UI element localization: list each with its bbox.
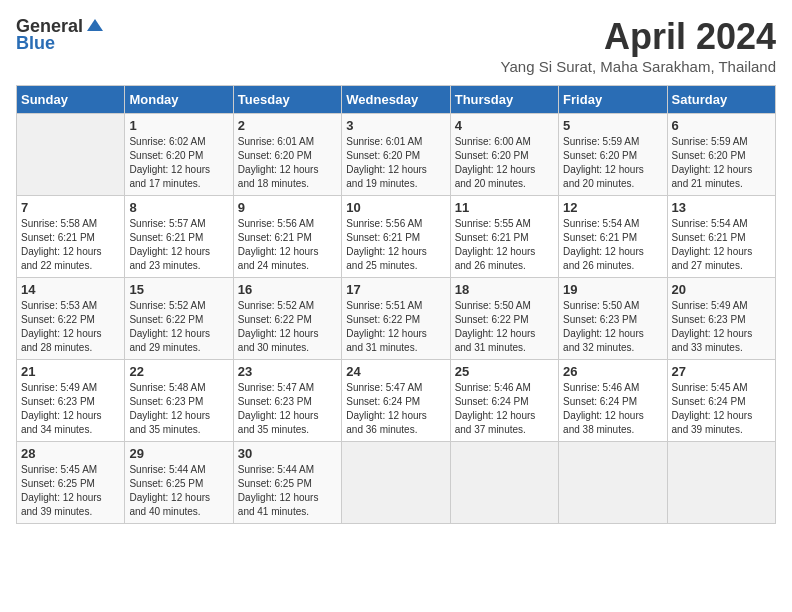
day-number: 21 <box>21 364 120 379</box>
calendar-cell: 13Sunrise: 5:54 AM Sunset: 6:21 PM Dayli… <box>667 196 775 278</box>
calendar-cell: 23Sunrise: 5:47 AM Sunset: 6:23 PM Dayli… <box>233 360 341 442</box>
month-title: April 2024 <box>501 16 776 58</box>
calendar-cell: 14Sunrise: 5:53 AM Sunset: 6:22 PM Dayli… <box>17 278 125 360</box>
svg-marker-0 <box>87 19 103 31</box>
day-info: Sunrise: 5:44 AM Sunset: 6:25 PM Dayligh… <box>238 463 337 519</box>
week-row-2: 7Sunrise: 5:58 AM Sunset: 6:21 PM Daylig… <box>17 196 776 278</box>
calendar-cell: 1Sunrise: 6:02 AM Sunset: 6:20 PM Daylig… <box>125 114 233 196</box>
day-info: Sunrise: 5:45 AM Sunset: 6:25 PM Dayligh… <box>21 463 120 519</box>
day-info: Sunrise: 5:56 AM Sunset: 6:21 PM Dayligh… <box>346 217 445 273</box>
day-number: 9 <box>238 200 337 215</box>
calendar-cell: 16Sunrise: 5:52 AM Sunset: 6:22 PM Dayli… <box>233 278 341 360</box>
calendar-header: SundayMondayTuesdayWednesdayThursdayFrid… <box>17 86 776 114</box>
day-info: Sunrise: 5:48 AM Sunset: 6:23 PM Dayligh… <box>129 381 228 437</box>
calendar-cell: 25Sunrise: 5:46 AM Sunset: 6:24 PM Dayli… <box>450 360 558 442</box>
day-header-monday: Monday <box>125 86 233 114</box>
calendar-cell: 19Sunrise: 5:50 AM Sunset: 6:23 PM Dayli… <box>559 278 667 360</box>
calendar-cell: 17Sunrise: 5:51 AM Sunset: 6:22 PM Dayli… <box>342 278 450 360</box>
day-header-row: SundayMondayTuesdayWednesdayThursdayFrid… <box>17 86 776 114</box>
day-number: 17 <box>346 282 445 297</box>
calendar-cell: 28Sunrise: 5:45 AM Sunset: 6:25 PM Dayli… <box>17 442 125 524</box>
calendar-cell <box>559 442 667 524</box>
day-info: Sunrise: 5:57 AM Sunset: 6:21 PM Dayligh… <box>129 217 228 273</box>
calendar-cell <box>342 442 450 524</box>
day-number: 16 <box>238 282 337 297</box>
day-info: Sunrise: 5:50 AM Sunset: 6:23 PM Dayligh… <box>563 299 662 355</box>
calendar-cell: 29Sunrise: 5:44 AM Sunset: 6:25 PM Dayli… <box>125 442 233 524</box>
day-number: 5 <box>563 118 662 133</box>
day-number: 22 <box>129 364 228 379</box>
day-info: Sunrise: 5:53 AM Sunset: 6:22 PM Dayligh… <box>21 299 120 355</box>
day-number: 30 <box>238 446 337 461</box>
day-number: 25 <box>455 364 554 379</box>
day-header-friday: Friday <box>559 86 667 114</box>
day-number: 11 <box>455 200 554 215</box>
calendar-cell: 9Sunrise: 5:56 AM Sunset: 6:21 PM Daylig… <box>233 196 341 278</box>
calendar-cell: 2Sunrise: 6:01 AM Sunset: 6:20 PM Daylig… <box>233 114 341 196</box>
day-number: 18 <box>455 282 554 297</box>
day-info: Sunrise: 5:51 AM Sunset: 6:22 PM Dayligh… <box>346 299 445 355</box>
day-info: Sunrise: 5:54 AM Sunset: 6:21 PM Dayligh… <box>563 217 662 273</box>
day-number: 6 <box>672 118 771 133</box>
week-row-1: 1Sunrise: 6:02 AM Sunset: 6:20 PM Daylig… <box>17 114 776 196</box>
calendar-cell: 15Sunrise: 5:52 AM Sunset: 6:22 PM Dayli… <box>125 278 233 360</box>
day-header-thursday: Thursday <box>450 86 558 114</box>
day-info: Sunrise: 5:49 AM Sunset: 6:23 PM Dayligh… <box>672 299 771 355</box>
day-number: 28 <box>21 446 120 461</box>
day-number: 7 <box>21 200 120 215</box>
day-number: 12 <box>563 200 662 215</box>
calendar-cell <box>17 114 125 196</box>
week-row-4: 21Sunrise: 5:49 AM Sunset: 6:23 PM Dayli… <box>17 360 776 442</box>
day-number: 10 <box>346 200 445 215</box>
day-info: Sunrise: 5:47 AM Sunset: 6:23 PM Dayligh… <box>238 381 337 437</box>
calendar-cell: 8Sunrise: 5:57 AM Sunset: 6:21 PM Daylig… <box>125 196 233 278</box>
day-info: Sunrise: 5:46 AM Sunset: 6:24 PM Dayligh… <box>563 381 662 437</box>
day-info: Sunrise: 5:59 AM Sunset: 6:20 PM Dayligh… <box>672 135 771 191</box>
calendar-cell: 27Sunrise: 5:45 AM Sunset: 6:24 PM Dayli… <box>667 360 775 442</box>
day-number: 23 <box>238 364 337 379</box>
calendar-cell: 4Sunrise: 6:00 AM Sunset: 6:20 PM Daylig… <box>450 114 558 196</box>
day-info: Sunrise: 5:46 AM Sunset: 6:24 PM Dayligh… <box>455 381 554 437</box>
day-number: 20 <box>672 282 771 297</box>
calendar-cell: 20Sunrise: 5:49 AM Sunset: 6:23 PM Dayli… <box>667 278 775 360</box>
calendar-cell: 18Sunrise: 5:50 AM Sunset: 6:22 PM Dayli… <box>450 278 558 360</box>
day-number: 24 <box>346 364 445 379</box>
calendar-cell: 11Sunrise: 5:55 AM Sunset: 6:21 PM Dayli… <box>450 196 558 278</box>
day-info: Sunrise: 6:01 AM Sunset: 6:20 PM Dayligh… <box>238 135 337 191</box>
day-number: 27 <box>672 364 771 379</box>
calendar-cell: 22Sunrise: 5:48 AM Sunset: 6:23 PM Dayli… <box>125 360 233 442</box>
calendar-cell: 7Sunrise: 5:58 AM Sunset: 6:21 PM Daylig… <box>17 196 125 278</box>
calendar-cell: 30Sunrise: 5:44 AM Sunset: 6:25 PM Dayli… <box>233 442 341 524</box>
calendar-cell: 6Sunrise: 5:59 AM Sunset: 6:20 PM Daylig… <box>667 114 775 196</box>
day-info: Sunrise: 6:02 AM Sunset: 6:20 PM Dayligh… <box>129 135 228 191</box>
logo-icon <box>85 17 105 37</box>
day-number: 14 <box>21 282 120 297</box>
logo-blue-text: Blue <box>16 33 55 54</box>
title-area: April 2024 Yang Si Surat, Maha Sarakham,… <box>501 16 776 75</box>
calendar-cell: 3Sunrise: 6:01 AM Sunset: 6:20 PM Daylig… <box>342 114 450 196</box>
calendar-table: SundayMondayTuesdayWednesdayThursdayFrid… <box>16 85 776 524</box>
day-number: 26 <box>563 364 662 379</box>
day-info: Sunrise: 5:44 AM Sunset: 6:25 PM Dayligh… <box>129 463 228 519</box>
location-title: Yang Si Surat, Maha Sarakham, Thailand <box>501 58 776 75</box>
day-info: Sunrise: 5:58 AM Sunset: 6:21 PM Dayligh… <box>21 217 120 273</box>
calendar-cell: 24Sunrise: 5:47 AM Sunset: 6:24 PM Dayli… <box>342 360 450 442</box>
day-header-wednesday: Wednesday <box>342 86 450 114</box>
day-info: Sunrise: 5:47 AM Sunset: 6:24 PM Dayligh… <box>346 381 445 437</box>
day-info: Sunrise: 5:52 AM Sunset: 6:22 PM Dayligh… <box>129 299 228 355</box>
day-info: Sunrise: 5:45 AM Sunset: 6:24 PM Dayligh… <box>672 381 771 437</box>
calendar-cell <box>450 442 558 524</box>
calendar-body: 1Sunrise: 6:02 AM Sunset: 6:20 PM Daylig… <box>17 114 776 524</box>
day-number: 1 <box>129 118 228 133</box>
day-info: Sunrise: 5:52 AM Sunset: 6:22 PM Dayligh… <box>238 299 337 355</box>
day-number: 13 <box>672 200 771 215</box>
logo: General Blue <box>16 16 105 54</box>
day-header-sunday: Sunday <box>17 86 125 114</box>
header: General Blue April 2024 Yang Si Surat, M… <box>16 16 776 75</box>
day-info: Sunrise: 6:01 AM Sunset: 6:20 PM Dayligh… <box>346 135 445 191</box>
day-number: 4 <box>455 118 554 133</box>
day-info: Sunrise: 5:49 AM Sunset: 6:23 PM Dayligh… <box>21 381 120 437</box>
calendar-cell: 26Sunrise: 5:46 AM Sunset: 6:24 PM Dayli… <box>559 360 667 442</box>
day-header-tuesday: Tuesday <box>233 86 341 114</box>
week-row-5: 28Sunrise: 5:45 AM Sunset: 6:25 PM Dayli… <box>17 442 776 524</box>
